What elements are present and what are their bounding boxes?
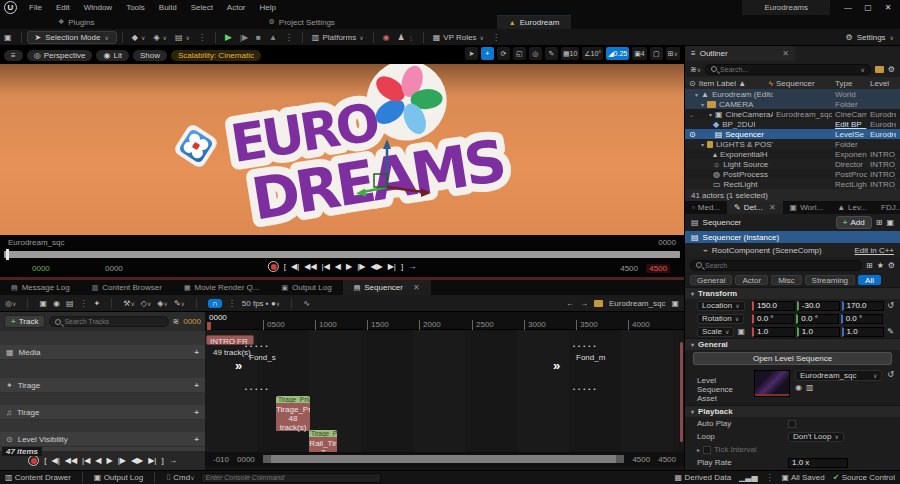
scroll-cap-left[interactable]	[263, 455, 271, 463]
lock-icon[interactable]: ▣	[671, 299, 679, 308]
location-x-field[interactable]: 150.0	[752, 301, 795, 311]
prev-key-icon[interactable]: |◀	[322, 262, 330, 271]
stop-button[interactable]: ■	[252, 32, 265, 43]
overflow-icon[interactable]: ⋮	[80, 299, 88, 308]
rotation-z-field[interactable]: 0.0 °	[841, 314, 883, 324]
browse-icon[interactable]: ▥	[806, 383, 814, 392]
perspective-dropdown[interactable]: ◎Perspective	[27, 50, 93, 61]
close-tab-icon[interactable]: ✕	[782, 49, 789, 58]
source-control-button[interactable]: ✔ Source Control	[833, 473, 895, 482]
tab-project-settings[interactable]: ⚙ Project Settings	[257, 15, 347, 29]
frame-back-icon[interactable]: ◀|	[291, 262, 299, 271]
tab-plugins[interactable]: ❖ Plugins	[46, 15, 107, 29]
tab-sequencer[interactable]: ▤Sequencer✕	[343, 280, 431, 295]
next-key-icon[interactable]: |▶	[118, 456, 126, 465]
multiuser-icon[interactable]: ♟⋮	[394, 32, 418, 43]
scene-render[interactable]: EURO DREAMS	[0, 64, 684, 235]
section-playback[interactable]: ▾Playback	[685, 405, 900, 417]
sequence-breadcrumb[interactable]: Eurodream_sqc	[609, 299, 665, 308]
range-end[interactable]: 4500	[632, 455, 650, 464]
keyframe-dots[interactable]: •••••	[245, 386, 271, 392]
close-tab-icon[interactable]: ✕	[769, 203, 776, 212]
edit-options-icon[interactable]: ⚒∨	[123, 299, 135, 308]
filter-icon[interactable]: ≋	[173, 317, 180, 326]
record-button[interactable]	[28, 455, 39, 466]
vp-roles-dropdown[interactable]: ▦ VP Roles∨	[429, 32, 488, 43]
expand-icon[interactable]: ▸	[697, 446, 700, 453]
add-section-icon[interactable]: +	[194, 348, 199, 357]
toolbar-overflow-icon[interactable]: ⋮	[194, 32, 210, 43]
curve-editor-icon[interactable]: ∿	[303, 299, 310, 308]
chevron-icon[interactable]: ⌄	[689, 111, 694, 118]
keyframe-options-icon[interactable]: ◇∨	[141, 299, 152, 308]
asset-thumbnail[interactable]	[754, 370, 790, 397]
range-start-offset[interactable]: -010	[213, 455, 229, 464]
edit-in-cpp-link[interactable]: Edit in C++	[854, 246, 894, 255]
component-tree-icon[interactable]: ⊞	[876, 218, 883, 227]
column-sequencer[interactable]: Sequencer	[776, 79, 832, 88]
tab-content-browser[interactable]: ▥Content Browser	[81, 280, 173, 295]
close-button[interactable]: ✕	[878, 0, 898, 15]
location-y-field[interactable]: -30.0	[797, 301, 840, 311]
frame-back-icon[interactable]: ◀|	[52, 456, 60, 465]
track-search[interactable]	[49, 316, 168, 327]
column-type[interactable]: Type	[835, 79, 867, 88]
scroll-cap-right[interactable]	[616, 455, 624, 463]
reset-icon[interactable]: ↺	[887, 301, 894, 310]
outliner-row-bp2dui[interactable]: ◆BP_2DUI Edit BP_ Eurodrea	[685, 119, 900, 129]
jump-end-icon[interactable]: ▶|	[388, 262, 396, 271]
snap-magnet-toggle[interactable]: ∩	[208, 299, 222, 308]
sequencer-timeline[interactable]: 0000 0500 1000 1500 2000 2500 3000 3500 …	[205, 312, 684, 470]
menu-select[interactable]: Select	[185, 2, 219, 13]
outliner-search-input[interactable]	[720, 66, 857, 73]
record-button[interactable]	[268, 261, 279, 272]
details-search[interactable]	[690, 260, 862, 271]
set-in-icon[interactable]: [	[284, 262, 286, 271]
recent-orb-icon[interactable]: ◉	[379, 32, 394, 43]
menu-window[interactable]: Window	[78, 2, 118, 13]
asset-dropdown[interactable]: Eurodream_sqc∨	[795, 370, 882, 381]
viewport[interactable]: ≡ ◎Perspective ◉Lit Show Scalability: Ci…	[0, 46, 684, 235]
outliner-row-sequencer[interactable]: ⊙ ▤Sequencer LevelSe Eurodrea	[685, 129, 900, 139]
gear-icon[interactable]: ⚙	[888, 65, 895, 74]
section-general[interactable]: ▾General	[685, 338, 900, 350]
gear-icon[interactable]: ⚙	[888, 261, 895, 270]
current-frame-field[interactable]: 0000	[105, 264, 123, 273]
nav-forward-icon[interactable]: →	[580, 299, 588, 308]
scale-snap-toggle[interactable]: ◢ 0.25	[606, 47, 629, 60]
outliner-row-postprocess[interactable]: ◍PostProcess PostProc INTRO_F	[685, 169, 900, 179]
tab-message-log[interactable]: ▤Message Log	[0, 280, 81, 295]
grid-snap-toggle[interactable]: ▦ 10	[561, 47, 579, 60]
vp-overflow-icon[interactable]: ⋮	[488, 32, 504, 43]
keyframe-dots[interactable]: •••••	[573, 386, 599, 392]
render-movie-icon[interactable]: ▤	[66, 299, 74, 308]
save-status-button[interactable]: ▣ All Saved	[782, 473, 825, 482]
play-rate-field[interactable]: 1.0 x	[788, 458, 848, 468]
select-tool-icon[interactable]: ➤	[465, 47, 478, 60]
eye-icon[interactable]: ⊙	[689, 79, 696, 88]
filter-all[interactable]: All	[858, 275, 881, 285]
menu-build[interactable]: Build	[153, 2, 183, 13]
rotate-tool-icon[interactable]: ⟳	[497, 47, 510, 60]
jump-start-icon[interactable]: ◀◀	[65, 456, 77, 465]
world-space-icon[interactable]: ◎	[529, 47, 542, 60]
save-icon[interactable]: ▣	[0, 32, 16, 43]
favorites-icon[interactable]: ★	[877, 261, 884, 270]
time-scrubber[interactable]	[4, 251, 680, 258]
range-start[interactable]: 0000	[237, 455, 255, 464]
track-media[interactable]: ▦ Media+	[0, 345, 205, 360]
maximize-viewport-icon[interactable]: ▢	[650, 47, 663, 60]
save-sequence-icon[interactable]: ▣	[39, 299, 47, 308]
content-drawer-button[interactable]: ▥ Content Drawer	[5, 473, 71, 482]
edit-mode-icon[interactable]: ✎∨	[174, 299, 185, 308]
console-command-input[interactable]	[206, 474, 376, 481]
location-dropdown[interactable]: Location∨	[697, 301, 745, 311]
show-dropdown[interactable]: Show	[133, 50, 167, 61]
timeline-horizontal-scrollbar[interactable]	[263, 455, 625, 463]
tab-levels[interactable]: ▲Lev...	[830, 201, 874, 214]
jump-end-icon[interactable]: ▶|	[148, 456, 156, 465]
scale-z-field[interactable]: 1.0	[842, 327, 885, 337]
range-end-2[interactable]: 4500	[658, 455, 676, 464]
open-level-sequence-button[interactable]: Open Level Sequence	[693, 352, 892, 365]
tab-eurodream[interactable]: ▲ Eurodream	[497, 15, 572, 29]
